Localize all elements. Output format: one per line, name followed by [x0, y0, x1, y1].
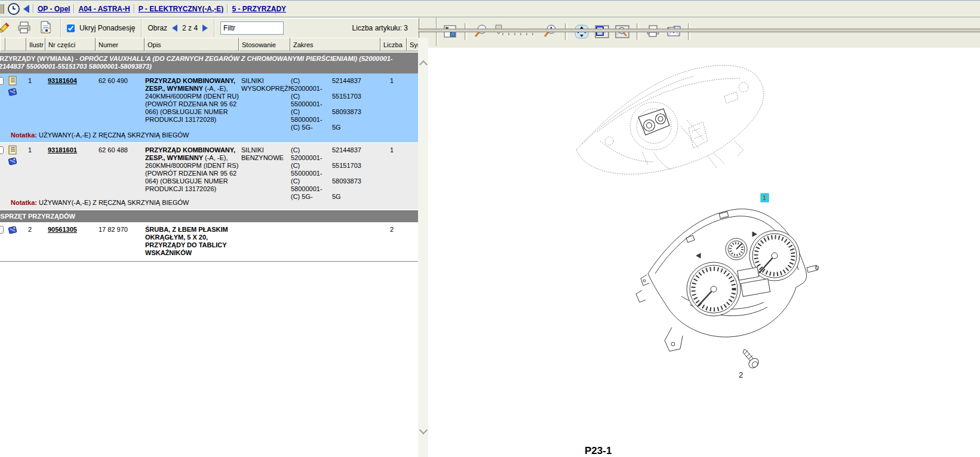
prev-image-icon[interactable] — [172, 24, 177, 32]
clipped-left-icon — [0, 4, 4, 14]
note-label: Notatka: — [11, 199, 37, 206]
ilustr-ref: 1 — [28, 77, 32, 85]
hide-supersession-checkbox[interactable] — [67, 24, 75, 32]
catalog-number: 62 60 490 — [99, 77, 128, 85]
viewer-top-separator — [418, 29, 980, 32]
next-image-icon[interactable] — [202, 24, 208, 32]
callout-1-label: 1 — [763, 195, 767, 201]
application: SILNIKIWYSOKOPRĘŻNE — [241, 77, 291, 93]
col-header-nr-czesci[interactable]: Nr części — [45, 38, 96, 51]
col-header-opis[interactable]: Opis — [145, 38, 239, 51]
parts-table-body: PRZYRZĄDY (WYMIANA) - OPRÓCZ VAUXHALL'A … — [0, 53, 418, 457]
hide-supersession-label: Ukryj Ponadsesję — [79, 24, 135, 32]
group-header-osprzet: OSPRZĘT PRZYRZĄDÓW — [0, 210, 418, 222]
back-arrow-icon[interactable] — [23, 5, 29, 13]
col-header-liczba[interactable]: Liczba — [380, 38, 407, 51]
quantity: 1 — [390, 146, 394, 154]
scroll-down-icon[interactable] — [419, 426, 428, 434]
parts-toolbar: Ukryj Ponadsesję Obraz 2 z 4 Liczba arty… — [0, 18, 419, 38]
callout-1-marker[interactable]: 1 — [761, 194, 769, 202]
print-icon[interactable] — [16, 20, 33, 36]
part-number-link[interactable]: 93181604 — [48, 77, 77, 85]
part-row-93181604[interactable]: 1 93181604 62 60 490 PRZYRZĄD KOMBINOWAN… — [0, 73, 418, 143]
filter-input[interactable] — [220, 22, 284, 35]
range: (C) 52000001-52144837 (C) 55000001-55151… — [291, 146, 389, 201]
group-condition-line2: 52144837 55000001-55151703 58000001-5809… — [0, 63, 414, 70]
breadcrumb-item-model[interactable]: A04 - ASTRA-H — [78, 5, 130, 13]
note-label: Notatka: — [11, 131, 37, 139]
separator — [134, 4, 135, 13]
separator — [33, 4, 34, 13]
image-label: Obraz — [148, 24, 167, 32]
article-count: Liczba artykułu: 3 — [352, 24, 408, 32]
row-checkbox[interactable] — [0, 146, 4, 156]
range: (C) 52000001-52144837 (C) 55000001-55151… — [291, 77, 389, 131]
description-bold: ŚRUBA, Z ŁBEM PŁASKIM OKRĄGŁYM, 5 X 20, … — [145, 226, 228, 256]
notes-document-icon[interactable] — [8, 76, 17, 85]
catalog-book-icon[interactable] — [8, 157, 17, 165]
parts-list-scrollbar[interactable] — [418, 38, 428, 457]
row-checkbox[interactable] — [0, 226, 4, 235]
breadcrumb-bar: OP - Opel A04 - ASTRA-H P - ELEKTRYCZNY(… — [0, 0, 980, 18]
catalog-number: 17 82 970 — [99, 226, 128, 234]
callout-2-label[interactable]: 2 — [739, 370, 743, 379]
separator — [227, 4, 228, 13]
part-row-90561305[interactable]: 2 90561305 17 82 970 ŚRUBA, Z ŁBEM PŁASK… — [0, 222, 418, 262]
col-header-syn[interactable]: Syn — [407, 38, 419, 51]
description: PRZYRZĄD KOMBINOWANY, ZESP., WYMIENNY (-… — [145, 146, 241, 193]
page-ref-label: P23-1 — [585, 445, 612, 456]
catalog-book-icon[interactable] — [8, 88, 17, 96]
breadcrumb-item-group[interactable]: P - ELEKTRYCZNY(-A,-E) — [139, 5, 224, 13]
ilustr-ref: 1 — [28, 146, 32, 154]
row-checkbox[interactable] — [0, 77, 4, 87]
description: PRZYRZĄD KOMBINOWANY, ZESP., WYMIENNY (-… — [145, 77, 241, 124]
quantity: 2 — [390, 226, 394, 234]
epc-window: OP - Opel A04 - ASTRA-H P - ELEKTRYCZNY(… — [0, 0, 980, 457]
scroll-up-icon[interactable] — [419, 60, 428, 69]
col-header-select[interactable] — [0, 38, 5, 51]
separator — [73, 4, 75, 13]
col-header-zakres[interactable]: Zakres — [290, 38, 380, 51]
part-row-93181601[interactable]: 1 93181601 62 60 488 PRZYRZĄD KOMBINOWAN… — [0, 143, 418, 210]
col-header-icons[interactable] — [5, 38, 26, 51]
breadcrumb-item-subgroup[interactable]: 5 - PRZYRZĄDY — [232, 5, 286, 13]
group-name: OSPRZĘT PRZYRZĄDÓW — [0, 213, 414, 220]
part-number-link[interactable]: 90561305 — [48, 226, 77, 234]
ilustr-ref: 2 — [28, 226, 32, 234]
parts-table-header: Ilustr Nr części Numer Opis Stosowanie Z… — [0, 38, 419, 53]
col-header-ilustr[interactable]: Ilustr — [26, 38, 45, 51]
catalog-number: 62 60 488 — [99, 146, 128, 154]
edit-pencil-icon[interactable] — [0, 20, 11, 36]
part-number-link[interactable]: 93181601 — [48, 146, 77, 154]
catalog-book-icon[interactable] — [8, 226, 17, 234]
group-header-przyrzady: PRZYRZĄDY (WYMIANA) - OPRÓCZ VAUXHALL'A … — [0, 53, 418, 73]
note-text: UŻYWANY(-A,-E) Z RĘCZNĄ SKRZYNIĄ BIEGÓW — [39, 131, 189, 139]
note-text: UŻYWANY(-A,-E) Z RĘCZNĄ SKRZYNIĄ BIEGÓW — [39, 199, 189, 206]
col-header-stosowanie[interactable]: Stosowanie — [239, 38, 290, 51]
print-preview-icon[interactable] — [38, 20, 54, 36]
description: ŚRUBA, Z ŁBEM PŁASKIM OKRĄGŁYM, 5 X 20, … — [145, 226, 241, 257]
group-name: PRZYRZĄDY (WYMIANA) — [0, 55, 73, 62]
illustration-viewer[interactable]: 1 2 P23-1 — [428, 50, 980, 457]
group-condition: - OPRÓCZ VAUXHALL'A (DO CZARNYCH ZEGARÓW… — [73, 55, 392, 62]
quantity: 1 — [390, 77, 394, 85]
history-clock-icon[interactable] — [8, 3, 20, 15]
breadcrumb-item-brand[interactable]: OP - Opel — [38, 5, 70, 13]
image-position: 2 z 4 — [182, 24, 198, 32]
notes-document-icon[interactable] — [8, 145, 17, 155]
application: SILNIKIBENZYNOWE — [241, 146, 291, 162]
row-note: Notatka: UŻYWANY(-A,-E) Z RĘCZNĄ SKRZYNI… — [0, 130, 418, 142]
col-header-numer[interactable]: Numer — [96, 38, 145, 51]
